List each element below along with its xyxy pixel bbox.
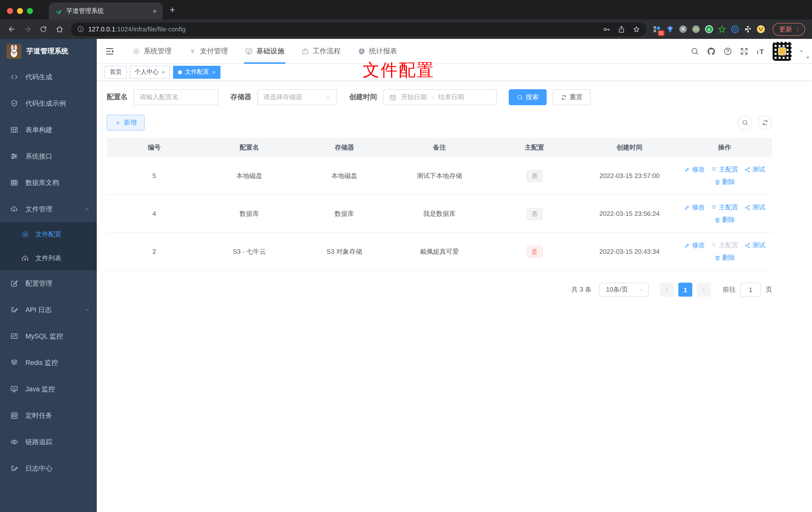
search-button[interactable] bbox=[690, 47, 699, 56]
sidebar-item-3[interactable]: 系统接口 bbox=[0, 143, 97, 170]
sidebar-item-10[interactable]: Java 监控 bbox=[0, 376, 97, 402]
date-range-picker[interactable]: 开始日期 - 结束日期 bbox=[383, 89, 497, 105]
extension-emoji-icon[interactable] bbox=[756, 24, 765, 34]
reset-button[interactable]: 重置 bbox=[553, 89, 590, 105]
storage-select[interactable]: 请选择存储器 bbox=[257, 89, 337, 105]
table-header-row: 编号配置名存储器备注主配置创建时间操作 bbox=[107, 138, 772, 157]
top-menu-item-2[interactable]: 基础设施 bbox=[236, 39, 293, 63]
sidebar-item-label: 数据库文档 bbox=[25, 178, 90, 187]
tag-item-2[interactable]: 文件配置× bbox=[173, 65, 221, 79]
top-menu-item-3[interactable]: 工作流程 bbox=[293, 39, 349, 63]
extension-grid-icon[interactable]: 11 bbox=[652, 24, 662, 34]
back-button[interactable] bbox=[4, 22, 19, 36]
tag-item-1[interactable]: 个人中心× bbox=[130, 65, 170, 79]
master-action-link[interactable]: 主配置 bbox=[711, 203, 738, 212]
share-dots-icon bbox=[744, 204, 751, 211]
sidebar-item-7[interactable]: API 日志 bbox=[0, 297, 97, 323]
sidebar-item-5[interactable]: 文件管理 bbox=[0, 196, 97, 222]
browser-menu-icon[interactable]: ⋮ bbox=[794, 26, 801, 33]
forward-button[interactable] bbox=[20, 22, 35, 36]
column-header-actions: 操作 bbox=[677, 138, 772, 157]
forward-icon bbox=[23, 25, 32, 33]
top-menu-item-0[interactable]: 系统管理 bbox=[124, 39, 180, 63]
chevron-down-icon bbox=[638, 287, 644, 292]
next-page-button[interactable] bbox=[697, 283, 711, 297]
extension-y-icon[interactable]: y bbox=[704, 24, 714, 34]
goto-page-input[interactable]: 1 bbox=[740, 283, 761, 297]
share-icon[interactable] bbox=[617, 25, 626, 33]
chevron-right-icon bbox=[701, 287, 707, 293]
home-icon bbox=[55, 25, 64, 33]
extension-eye-icon[interactable] bbox=[730, 24, 740, 34]
password-manager-icon[interactable] bbox=[603, 25, 610, 33]
extension-star-icon[interactable] bbox=[717, 24, 727, 34]
minimize-window-button[interactable] bbox=[17, 8, 23, 14]
delete-action-link[interactable]: 删除 bbox=[714, 253, 735, 262]
avatar-caret-icon[interactable] bbox=[799, 49, 804, 54]
edit-square-icon bbox=[10, 279, 19, 288]
sidebar-item-6[interactable]: 配置管理 bbox=[0, 270, 97, 297]
show-search-button[interactable] bbox=[738, 115, 752, 130]
sidebar-item-11[interactable]: 定时任务 bbox=[0, 402, 97, 429]
edit-action-link[interactable]: 修改 bbox=[684, 241, 705, 250]
add-button[interactable]: 新增 bbox=[107, 115, 145, 131]
sidebar-subitem-5-0[interactable]: 文件配置 bbox=[0, 222, 97, 246]
gear-icon bbox=[21, 230, 29, 239]
sidebar-item-4[interactable]: 数据库文档 bbox=[0, 170, 97, 196]
tab-close-icon[interactable]: × bbox=[153, 7, 156, 15]
sidebar-subitem-5-1[interactable]: 文件列表 bbox=[0, 246, 97, 270]
edit-doc-icon bbox=[10, 306, 19, 314]
tag-close-icon[interactable]: × bbox=[212, 69, 215, 75]
maximize-window-button[interactable] bbox=[27, 8, 33, 14]
tag-close-icon[interactable]: × bbox=[162, 69, 165, 75]
collapse-sidebar-button[interactable] bbox=[105, 46, 115, 56]
update-button[interactable]: 更新 ⋮ bbox=[773, 23, 805, 36]
config-name-input[interactable]: 请输入配置名 bbox=[134, 89, 219, 105]
address-bar[interactable]: 127.0.0.1:1024/infra/file/file-config bbox=[71, 22, 646, 36]
close-window-button[interactable] bbox=[7, 8, 13, 14]
reload-button[interactable] bbox=[36, 22, 51, 36]
font-size-button[interactable]: tT bbox=[756, 47, 765, 56]
new-tab-button[interactable]: + bbox=[170, 4, 175, 16]
home-button[interactable] bbox=[52, 22, 67, 36]
avatar[interactable] bbox=[773, 42, 791, 61]
page-1-button[interactable]: 1 bbox=[678, 283, 692, 297]
top-menu-item-4[interactable]: 统计报表 bbox=[349, 39, 406, 63]
test-action-link[interactable]: 测试 bbox=[744, 165, 765, 174]
prev-page-button[interactable] bbox=[660, 283, 674, 297]
extension-gem-icon[interactable] bbox=[665, 24, 675, 34]
sidebar-item-13[interactable]: 日志中心 bbox=[0, 455, 97, 482]
panel-caret-icon[interactable] bbox=[805, 55, 811, 60]
extension-record-icon[interactable] bbox=[691, 24, 701, 34]
site-info-icon[interactable] bbox=[77, 25, 84, 33]
extensions-puzzle-icon[interactable] bbox=[743, 24, 753, 34]
sidebar-item-8[interactable]: MySQL 监控 bbox=[0, 323, 97, 350]
tag-item-0[interactable]: 首页 bbox=[105, 65, 127, 79]
edit-action-link[interactable]: 修改 bbox=[684, 203, 705, 212]
top-menu-item-1[interactable]: ¥支付管理 bbox=[180, 39, 236, 63]
sidebar-item-0[interactable]: 代码生成 bbox=[0, 64, 97, 90]
sidebar-item-9[interactable]: Redis 监控 bbox=[0, 350, 97, 376]
browser-tab[interactable]: 芋道管理系统 × bbox=[49, 2, 163, 20]
sidebar-item-2[interactable]: 表单构建 bbox=[0, 117, 97, 143]
search-submit-button[interactable]: 搜索 bbox=[509, 89, 547, 105]
master-action-link[interactable]: 主配置 bbox=[711, 241, 738, 250]
bookmark-star-icon[interactable] bbox=[633, 25, 640, 33]
app-logo[interactable]: 芋道管理系统 bbox=[0, 39, 97, 64]
sidebar-item-12[interactable]: 链路追踪 bbox=[0, 429, 97, 455]
fullscreen-button[interactable] bbox=[740, 47, 749, 56]
delete-action-link[interactable]: 删除 bbox=[714, 215, 735, 224]
table-toolbar: 新增 bbox=[107, 115, 772, 131]
edit-action-link[interactable]: 修改 bbox=[684, 165, 705, 174]
help-button[interactable] bbox=[723, 47, 732, 56]
cell-remark: 我是数据库 bbox=[392, 195, 487, 232]
test-action-link[interactable]: 测试 bbox=[744, 241, 765, 250]
github-link[interactable] bbox=[707, 47, 716, 56]
master-action-link[interactable]: 主配置 bbox=[711, 165, 738, 174]
delete-action-link[interactable]: 删除 bbox=[714, 178, 735, 186]
page-size-select[interactable]: 10条/页 bbox=[599, 283, 649, 297]
refresh-table-button[interactable] bbox=[758, 115, 772, 130]
test-action-link[interactable]: 测试 bbox=[744, 203, 765, 212]
sidebar-item-1[interactable]: 代码生成示例 bbox=[0, 90, 97, 117]
extension-command-icon[interactable]: ⌘ bbox=[678, 24, 688, 34]
